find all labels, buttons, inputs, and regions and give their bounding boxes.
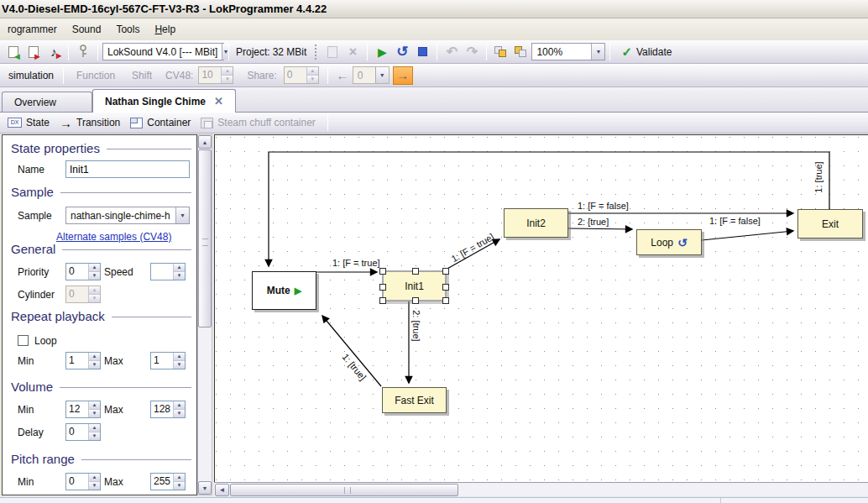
write-decoder-button[interactable]: ►: [24, 42, 44, 62]
read-decoder-button[interactable]: ◄: [3, 42, 24, 62]
write-sound-button[interactable]: ♪►: [44, 42, 64, 62]
tab-strip: Overview Nathan Single Chime ✕: [0, 87, 868, 113]
priority-stepper[interactable]: 0 ▲▼: [65, 263, 101, 280]
loop-play-button[interactable]: ↺: [392, 42, 412, 62]
spin-up-icon[interactable]: ▲: [89, 401, 100, 410]
menu-programmer[interactable]: rogrammer: [0, 20, 65, 39]
resize-handle[interactable]: [379, 284, 386, 291]
pitch-min-stepper[interactable]: 0 ▲▼: [65, 473, 101, 490]
state-node-exit[interactable]: Exit: [797, 209, 863, 238]
delay-stepper[interactable]: 0 ▲▼: [65, 423, 101, 441]
spin-up-icon[interactable]: ▲: [89, 474, 100, 482]
section-header: State properties: [11, 141, 100, 155]
scroll-up-icon[interactable]: ▲: [198, 135, 212, 149]
resize-handle[interactable]: [442, 297, 449, 304]
scrollbar-thumb[interactable]: [230, 484, 458, 496]
tab-overview[interactable]: Overview: [2, 92, 92, 113]
container-tool-button[interactable]: Container: [128, 117, 193, 128]
zoom-in-button[interactable]: [491, 42, 511, 62]
spin-up-icon[interactable]: ▲: [174, 401, 185, 410]
volume-min-stepper[interactable]: 12 ▲▼: [65, 401, 101, 418]
name-input[interactable]: [65, 160, 190, 178]
spin-down-icon[interactable]: ▼: [89, 482, 100, 490]
transition-loop-to-exit[interactable]: [702, 231, 793, 240]
state-node-mute[interactable]: Mute ▶: [252, 271, 316, 310]
resize-handle[interactable]: [412, 297, 419, 304]
spin-up-icon[interactable]: ▲: [174, 353, 185, 361]
shift-button-disabled: Shift: [123, 70, 160, 81]
separator: [437, 44, 437, 60]
spin-up-icon: ▲: [222, 67, 233, 76]
resize-handle[interactable]: [379, 268, 386, 275]
section-header: Repeat playback: [11, 309, 105, 323]
panel-vertical-scrollbar[interactable]: ▲ ▼: [197, 134, 212, 495]
menu-help[interactable]: Help: [147, 20, 183, 39]
state-node-init1[interactable]: Init1: [382, 270, 447, 301]
spin-down-icon[interactable]: ▼: [174, 361, 185, 369]
spin-up-icon[interactable]: ▲: [174, 474, 185, 482]
loop-checkbox[interactable]: [18, 335, 29, 346]
transition-fastexit-to-mute[interactable]: [322, 316, 381, 386]
scroll-left-icon[interactable]: ◄: [215, 484, 229, 496]
resize-handle[interactable]: [412, 268, 419, 275]
transition-arrow-icon: →: [60, 116, 72, 130]
decoder-type-combo[interactable]: LokSound V4.0 [--- MBit] ▼: [102, 43, 224, 60]
spin-up-icon[interactable]: ▲: [89, 353, 100, 361]
spin-down-icon[interactable]: ▼: [174, 272, 185, 280]
transition-tool-button[interactable]: → Transition: [57, 116, 123, 130]
play-button[interactable]: ▶: [372, 42, 392, 62]
state-tool-button[interactable]: DX State: [5, 117, 52, 128]
state-node-init2[interactable]: Init2: [504, 208, 568, 238]
sample-combo[interactable]: nathan-single-chime-h ▼: [65, 207, 190, 224]
spin-up-icon[interactable]: ▲: [89, 424, 100, 432]
spin-down-icon[interactable]: ▼: [89, 272, 100, 280]
tab-nathan-single-chime[interactable]: Nathan Single Chime ✕: [92, 89, 236, 113]
programmer-button[interactable]: [73, 42, 93, 62]
repeat-max-stepper[interactable]: 1 ▲▼: [150, 352, 186, 369]
scroll-down-icon[interactable]: ▼: [198, 481, 212, 495]
spin-down-icon[interactable]: ▼: [89, 410, 100, 417]
resize-handle[interactable]: [442, 268, 449, 275]
resize-handle[interactable]: [442, 284, 449, 291]
transition-label: 1: [true]: [813, 161, 824, 192]
state-node-loop[interactable]: Loop ↺: [636, 229, 702, 255]
transition-label: 1: [F = false]: [709, 216, 761, 226]
canvas-horizontal-scrollbar[interactable]: ◄: [214, 482, 868, 496]
spin-down-icon: ▼: [89, 295, 100, 302]
transition-init2-to-loop[interactable]: [568, 228, 632, 229]
speed-stepper[interactable]: ▲▼: [150, 263, 186, 280]
stop-button[interactable]: [412, 42, 432, 62]
spin-down-icon[interactable]: ▼: [89, 361, 100, 369]
checkmark-icon: ✓: [621, 45, 632, 60]
statusbar-divider: [720, 498, 721, 503]
scrollbar-thumb[interactable]: [198, 149, 212, 327]
redo-icon: ↷: [467, 44, 478, 60]
spin-up-icon[interactable]: ▲: [89, 264, 100, 272]
cylinder-stepper-disabled: 0 ▲▼: [65, 286, 101, 303]
separator: [97, 44, 98, 60]
project-size-value: 32 MBit: [273, 46, 307, 58]
menu-tools[interactable]: Tools: [108, 20, 147, 39]
previous-button-disabled: ←: [332, 66, 353, 85]
repeat-min-stepper[interactable]: 1 ▲▼: [65, 352, 101, 369]
zoom-level-combo[interactable]: 100% ▼: [531, 43, 605, 60]
next-button[interactable]: →: [393, 66, 413, 85]
spin-up-icon[interactable]: ▲: [174, 264, 185, 272]
cv48-stepper: 10 ▲▼: [198, 66, 233, 84]
redo-button-disabled: ↷: [462, 42, 482, 62]
spin-down-icon[interactable]: ▼: [174, 482, 185, 490]
spin-down-icon[interactable]: ▼: [174, 410, 185, 417]
pitch-max-stepper[interactable]: 255 ▲▼: [150, 473, 186, 490]
zoom-out-button[interactable]: [511, 42, 531, 62]
steam-chuff-container-icon: [201, 118, 213, 128]
menu-sound[interactable]: Sound: [65, 20, 109, 39]
transition-label: 1: [F = false]: [578, 201, 629, 211]
diagram-canvas[interactable]: 1: [F = true] 1: [F = true] 1: [F = fals…: [214, 134, 868, 482]
close-tab-icon[interactable]: ✕: [214, 95, 223, 107]
volume-max-stepper[interactable]: 128 ▲▼: [150, 401, 186, 418]
status-bar: [0, 497, 868, 503]
state-node-fast-exit[interactable]: Fast Exit: [382, 387, 447, 413]
validate-button[interactable]: ✓ Validate: [614, 42, 678, 62]
spin-down-icon[interactable]: ▼: [89, 432, 100, 440]
resize-handle[interactable]: [379, 297, 386, 304]
